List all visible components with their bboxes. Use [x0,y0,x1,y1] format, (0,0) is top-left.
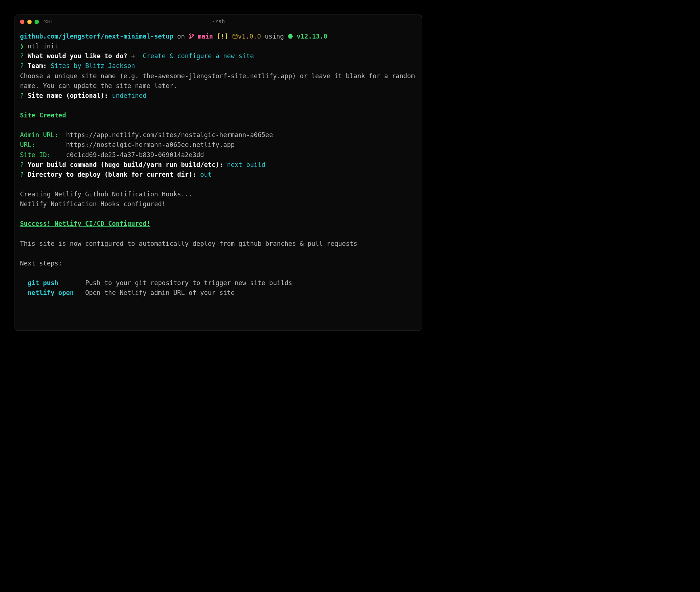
blank-line [20,180,417,189]
next-steps-label: Next steps: [20,259,417,268]
pad [74,289,85,296]
tab-label: ⌥⌘1 [44,18,53,26]
blank-line [20,101,417,111]
deploy-dir-value: out [200,171,212,178]
zoom-icon[interactable] [35,20,39,24]
site-id-line: Site ID: c0c1cd69-de25-4a37-b839-069014a… [20,150,417,160]
indent [20,279,28,287]
indent [20,289,28,296]
git-flags: [!] [217,33,232,40]
hooks-done: Netlify Notification Hooks configured! [20,199,417,209]
url-value: https://nostalgic-hermann-a065ee.netlify… [66,141,235,148]
step-desc: Push to your git repository to trigger n… [85,279,292,287]
using-text: using [261,33,288,40]
package-icon [232,33,238,40]
command-text: ntl init [24,43,59,50]
q-what-to-do: ? What would you like to do? + Create & … [20,51,417,61]
admin-url-value: https://app.netlify.com/sites/nostalgic-… [66,131,273,139]
svg-point-0 [190,34,191,35]
minimize-icon[interactable] [27,20,32,24]
url-label: URL: [20,141,35,148]
pad [58,279,85,287]
branch-icon [189,33,194,40]
branch-name: main [194,33,217,40]
terminal-body[interactable]: github.com/jlengstorf/next-minimal-setup… [15,29,422,303]
question-mark: ? [20,62,24,69]
build-command-value: next build [227,161,265,168]
blank-line [20,229,417,239]
build-command-label: Your build command (hugo build/yarn run … [24,161,227,168]
close-icon[interactable] [20,20,24,24]
step-git-push: git push Push to your git repository to … [20,278,417,288]
site-name-instruction: Choose a unique site name (e.g. the-awes… [20,71,417,91]
pad [58,131,66,139]
window-title: -zsh [212,17,225,26]
on-text: on [173,33,188,40]
step-cmd: netlify open [28,289,73,296]
svg-point-2 [192,35,194,36]
site-created-heading: Site Created [20,111,417,120]
command-line: ❯ ntl init [20,41,417,51]
plus-char: + [131,52,139,60]
q-build-command: ? Your build command (hugo build/yarn ru… [20,160,417,170]
hexagon-icon [288,34,293,39]
step-desc: Open the Netlify admin URL of your site [85,289,235,296]
blank-line [20,209,417,219]
title-bar: ⌥⌘1 -zsh [15,15,422,29]
admin-url-line: Admin URL: https://app.netlify.com/sites… [20,130,417,140]
repo-path: github.com/jlengstorf/next-minimal-setup [20,33,173,40]
terminal-window: ⌥⌘1 -zsh github.com/jlengstorf/next-mini… [15,15,422,331]
blank-line [20,268,417,278]
traffic-lights [20,20,39,24]
site-id-label: Site ID: [20,151,51,159]
admin-url-label: Admin URL: [20,131,58,139]
site-name-value: undefined [112,92,147,99]
question-mark: ? [20,171,24,178]
question-mark: ? [20,52,24,60]
answer-text: Create & configure a new site [139,52,254,60]
question-text: What would you like to do? [24,52,131,60]
success-desc: This site is now configured to automatic… [20,239,417,249]
package-version: v1.0.0 [238,33,261,40]
hooks-creating: Creating Netlify Github Notification Hoo… [20,189,417,199]
team-label: Team: [24,62,51,69]
team-value: Sites by Blitz Jackson [51,62,135,69]
url-line: URL: https://nostalgic-hermann-a065ee.ne… [20,140,417,150]
success-heading: Success! Netlify CI/CD Configured! [20,219,417,229]
deploy-dir-label: Directory to deploy (blank for current d… [24,171,200,178]
prompt-line: github.com/jlengstorf/next-minimal-setup… [20,32,417,41]
question-mark: ? [20,92,24,99]
site-id-value: c0c1cd69-de25-4a37-b839-069014a2e3dd [66,151,204,159]
pad [35,141,66,148]
blank-line [20,120,417,130]
step-cmd: git push [28,279,58,287]
node-version: v12.13.0 [293,33,327,40]
q-team: ? Team: Sites by Blitz Jackson [20,61,417,71]
pad [51,151,66,159]
prompt-char: ❯ [20,43,24,50]
site-name-label: Site name (optional): [24,92,112,99]
step-netlify-open: netlify open Open the Netlify admin URL … [20,288,417,298]
question-mark: ? [20,161,24,168]
q-deploy-dir: ? Directory to deploy (blank for current… [20,170,417,180]
blank-line [20,249,417,259]
q-site-name: ? Site name (optional): undefined [20,91,417,101]
svg-point-1 [190,37,191,39]
